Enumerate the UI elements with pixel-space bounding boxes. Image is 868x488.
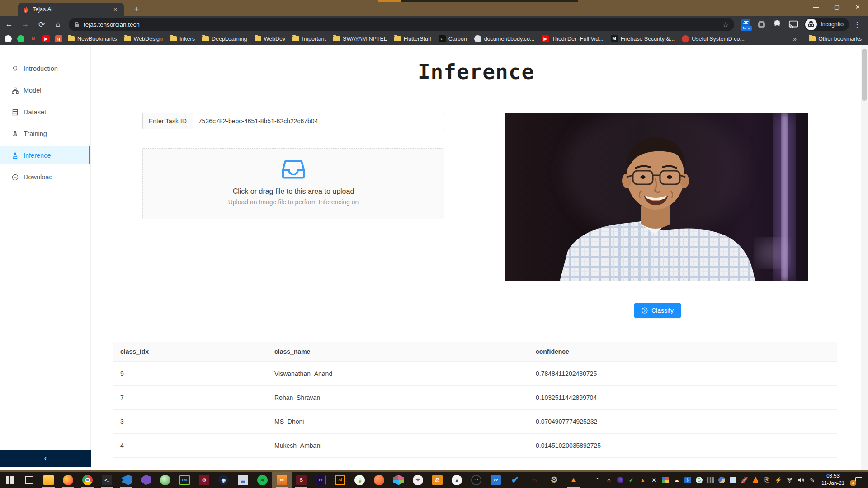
reload-icon[interactable]: ⟳ xyxy=(34,18,49,31)
bookmark-item[interactable]: Useful SystemD co... xyxy=(682,35,745,42)
close-button[interactable]: ✕ xyxy=(847,0,868,14)
github-icon[interactable] xyxy=(5,35,12,42)
vlc-button[interactable]: ▲ xyxy=(564,472,583,488)
photos-icon[interactable] xyxy=(660,472,671,488)
premiere-button[interactable]: Pr xyxy=(311,472,330,488)
shield-check-icon[interactable]: ✔ xyxy=(626,472,637,488)
settings-button[interactable]: ⚙ xyxy=(544,472,564,488)
menu-kebab-icon[interactable]: ⋮ xyxy=(852,20,863,29)
bookmark-folder[interactable]: Inkers xyxy=(170,36,195,42)
power-plug-icon[interactable]: ⚡ xyxy=(773,472,784,488)
sidebar-item-inference[interactable]: Inference xyxy=(0,146,90,164)
x-app-icon[interactable]: ✕ xyxy=(648,472,660,488)
sidebar-item-training[interactable]: Training xyxy=(0,125,90,143)
overflow-chevron-icon[interactable]: » xyxy=(793,35,797,42)
new-tab-button[interactable]: + xyxy=(130,4,143,15)
headset-icon[interactable]: ∩ xyxy=(603,472,614,488)
pc-status-icon[interactable] xyxy=(727,472,739,488)
recorder-app-button[interactable]: ✂ xyxy=(272,472,292,488)
steam-button[interactable]: ◉ xyxy=(214,472,233,488)
globe-app-icon[interactable] xyxy=(716,472,727,488)
whatsapp-icon[interactable] xyxy=(17,35,24,42)
rocket-tray-icon[interactable]: 🚀 xyxy=(739,472,750,488)
bookmark-folder[interactable]: DeepLearning xyxy=(202,36,247,42)
action-center-button[interactable]: 4 xyxy=(849,472,868,488)
white-circle-app-button[interactable]: ▲ xyxy=(447,472,467,488)
bookmark-item[interactable]: ▶Thodi Der -Full Vid... xyxy=(542,35,603,42)
address-bar[interactable]: tejas.tensorclan.tech ☆ xyxy=(69,18,734,31)
bookmark-folder[interactable]: WebDev xyxy=(255,36,286,42)
other-bookmarks[interactable]: Other bookmarks xyxy=(809,36,862,42)
visual-studio-button[interactable] xyxy=(136,472,156,488)
forward-icon[interactable]: → xyxy=(18,18,33,31)
back-icon[interactable]: ← xyxy=(2,18,16,31)
bookmark-star-icon[interactable]: ☆ xyxy=(722,20,729,29)
bookmark-item[interactable]: CCarbon xyxy=(439,35,467,42)
bookmark-item[interactable]: document.body.co... xyxy=(474,35,535,42)
home-icon[interactable]: ⌂ xyxy=(51,18,65,31)
start-button[interactable] xyxy=(0,472,19,488)
incognito-chip[interactable]: Incognito xyxy=(804,18,849,31)
new-extension-icon[interactable]: New xyxy=(741,19,751,29)
compass-app-button[interactable]: ✦ xyxy=(408,472,428,488)
vnc-button[interactable]: V2 xyxy=(486,472,505,488)
taskbar-clock[interactable]: 03:53 11-Jan-21 xyxy=(818,473,849,487)
bookmark-folder[interactable]: WebDesign xyxy=(124,36,163,42)
drawio-button[interactable]: 品 xyxy=(428,472,447,488)
green-app-button[interactable] xyxy=(156,472,175,488)
s-app-button[interactable]: S xyxy=(292,472,311,488)
browser-tab[interactable]: Tejas.AI × xyxy=(18,3,124,16)
task-id-input[interactable]: 7536c782-bebc-4651-8b51-62cb22c67b04 xyxy=(193,113,444,129)
gear-app-button[interactable]: ⚙ xyxy=(194,472,214,488)
mongodb-button[interactable]: 🍃 xyxy=(350,472,369,488)
orange-pen-app-button[interactable] xyxy=(369,472,389,488)
pycharm-button[interactable]: PC xyxy=(175,472,194,488)
tab-close-icon[interactable]: × xyxy=(111,6,119,13)
youtube-icon[interactable]: ▶ xyxy=(42,35,50,42)
bookmark-folder[interactable]: SWAYAM-NPTEL xyxy=(333,36,387,42)
bookmark-folder[interactable]: FlutterStuff xyxy=(394,36,431,42)
page-scrollbar[interactable] xyxy=(861,45,868,470)
file-explorer-button[interactable] xyxy=(39,472,58,488)
bookmark-item[interactable]: MFirebase Security &... xyxy=(611,35,675,42)
cloud-upload-icon[interactable]: ☁ xyxy=(671,472,682,488)
maximize-button[interactable]: ▢ xyxy=(826,0,847,14)
terminal-button[interactable]: >_ xyxy=(97,472,117,488)
chrome-button[interactable] xyxy=(78,472,97,488)
clipboard-sync-icon[interactable]: ⎘ xyxy=(761,472,773,488)
extensions-puzzle-icon[interactable] xyxy=(772,19,782,29)
windows-ink-icon[interactable]: ✎ xyxy=(807,472,818,488)
bluetooth-icon[interactable]: ᛒ xyxy=(682,472,693,488)
firefox-button[interactable] xyxy=(58,472,78,488)
sidebar-item-introduction[interactable]: Introduction xyxy=(0,60,90,78)
upload-dropzone[interactable]: Click or drag file to this area to uploa… xyxy=(142,148,444,219)
sidebar-collapse-button[interactable]: ‹ xyxy=(0,450,91,467)
minimize-button[interactable]: — xyxy=(806,0,826,14)
sidebar-item-dataset[interactable]: Dataset xyxy=(0,103,90,121)
task-view-button[interactable] xyxy=(19,472,39,488)
vlc-tray-icon[interactable]: ▲ xyxy=(637,472,648,488)
sidebar-item-download[interactable]: Download xyxy=(0,168,90,186)
spotify-button[interactable]: ≋ xyxy=(253,472,272,488)
avast-icon[interactable] xyxy=(750,472,761,488)
grid-app-icon[interactable] xyxy=(705,472,716,488)
g-updater-icon[interactable]: G xyxy=(693,472,705,488)
hidden-icons-chevron[interactable]: ⌃ xyxy=(592,472,603,488)
sidebar-item-model[interactable]: Model xyxy=(0,81,90,99)
cast-icon[interactable] xyxy=(788,19,798,29)
gmail-icon[interactable]: M xyxy=(30,35,37,42)
cube-app-button[interactable] xyxy=(389,472,408,488)
vscode-button[interactable] xyxy=(117,472,136,488)
bookmark-folder[interactable]: NewBookmarks xyxy=(68,36,117,42)
grepper-icon[interactable]: g xyxy=(55,35,62,42)
bookmark-folder[interactable]: Important xyxy=(292,36,326,42)
monitor-app-button[interactable]: ▃ xyxy=(233,472,253,488)
scrollbar-thumb[interactable] xyxy=(862,49,867,101)
horseshoe-app-button[interactable]: ∩ xyxy=(525,472,544,488)
vpn-extension-icon[interactable] xyxy=(758,21,765,28)
moon-app-icon[interactable] xyxy=(614,472,626,488)
classify-button[interactable]: Classify xyxy=(634,303,681,318)
wifi-icon[interactable] xyxy=(784,472,795,488)
volume-icon[interactable] xyxy=(795,472,807,488)
obs-button[interactable]: ◠ xyxy=(467,472,486,488)
